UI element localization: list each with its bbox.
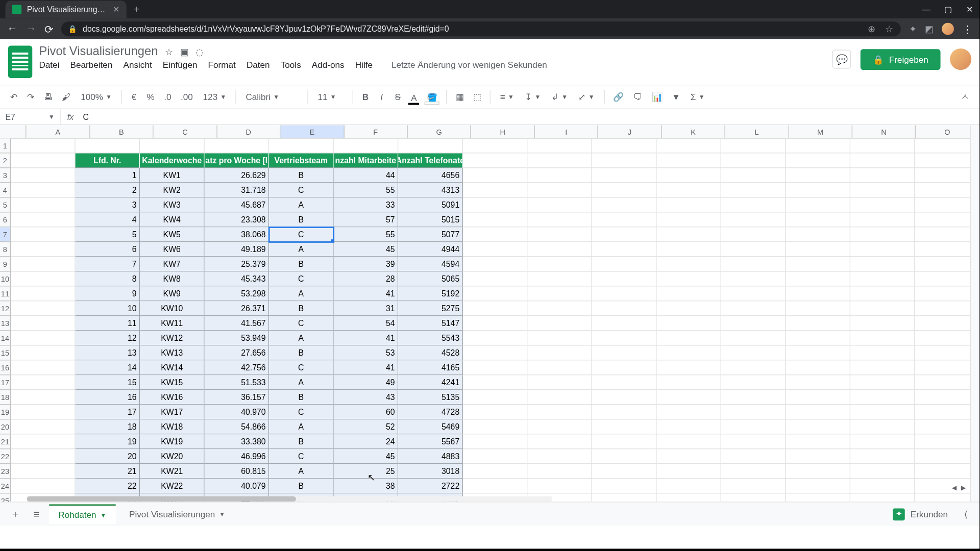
cell[interactable]: [721, 479, 786, 493]
cell[interactable]: [463, 331, 528, 345]
column-header[interactable]: J: [598, 125, 662, 138]
cell[interactable]: KW17: [140, 405, 205, 419]
select-all-corner[interactable]: [0, 125, 27, 138]
h-align-select[interactable]: ≡▼: [496, 92, 518, 102]
cell[interactable]: [656, 257, 721, 271]
document-title[interactable]: Pivot Visualisierungen: [39, 44, 158, 59]
cell[interactable]: [656, 434, 721, 449]
cell[interactable]: [592, 257, 657, 271]
cell[interactable]: 3018: [398, 464, 463, 479]
cell[interactable]: 5275: [398, 301, 463, 316]
cell[interactable]: [527, 286, 592, 301]
cell[interactable]: [850, 449, 915, 464]
cell[interactable]: 4656: [398, 168, 463, 183]
cell[interactable]: [463, 257, 528, 271]
comments-button[interactable]: 💬: [832, 50, 851, 69]
cell[interactable]: [656, 405, 721, 419]
menu-addons[interactable]: Add-ons: [312, 60, 345, 70]
cell[interactable]: [786, 493, 850, 502]
cell[interactable]: KW18: [140, 419, 205, 434]
cell[interactable]: C: [269, 183, 334, 197]
cell[interactable]: [11, 331, 76, 345]
cell[interactable]: 21: [76, 464, 140, 479]
cell[interactable]: 3: [76, 197, 140, 212]
cell[interactable]: KW11: [140, 316, 205, 331]
cell[interactable]: [527, 316, 592, 331]
star-icon[interactable]: ☆: [165, 46, 174, 57]
wrap-select[interactable]: ↲▼: [547, 92, 571, 102]
cell[interactable]: 38: [334, 479, 399, 493]
cell[interactable]: [11, 375, 76, 390]
paint-format-button[interactable]: 🖌: [59, 89, 74, 105]
cell[interactable]: A: [269, 197, 334, 212]
cell[interactable]: Vertriebsteam: [269, 154, 334, 168]
cell[interactable]: [463, 154, 528, 168]
font-size-select[interactable]: 11▼: [314, 92, 348, 102]
cell[interactable]: [11, 360, 76, 375]
cell[interactable]: 11: [76, 316, 140, 331]
cell[interactable]: [527, 271, 592, 286]
cell[interactable]: 46.996: [205, 449, 270, 464]
cell[interactable]: C: [269, 405, 334, 419]
print-button[interactable]: 🖶: [40, 89, 56, 105]
cell[interactable]: [721, 464, 786, 479]
column-header[interactable]: L: [725, 125, 789, 138]
name-box[interactable]: E7 ▼: [0, 109, 61, 124]
text-color-button[interactable]: A: [407, 90, 421, 104]
cell[interactable]: 4594: [398, 257, 463, 271]
cell[interactable]: [721, 316, 786, 331]
cell[interactable]: [463, 345, 528, 360]
italic-button[interactable]: I: [375, 89, 388, 105]
cell[interactable]: [850, 242, 915, 257]
cell[interactable]: 2: [76, 183, 140, 197]
cell[interactable]: [463, 139, 528, 154]
cell[interactable]: [850, 168, 915, 183]
cell[interactable]: [140, 139, 205, 154]
cell[interactable]: KW14: [140, 360, 205, 375]
row-header[interactable]: 11: [0, 286, 11, 301]
cell[interactable]: [850, 257, 915, 271]
cell[interactable]: [592, 345, 657, 360]
cell[interactable]: 33.380: [205, 434, 270, 449]
menu-einfuegen[interactable]: Einfügen: [163, 60, 198, 70]
cell[interactable]: [656, 212, 721, 227]
cell[interactable]: [11, 449, 76, 464]
cell[interactable]: 4883: [398, 449, 463, 464]
cell[interactable]: [527, 464, 592, 479]
cell[interactable]: C: [269, 227, 334, 242]
cell[interactable]: [656, 271, 721, 286]
cell[interactable]: [76, 139, 140, 154]
cell[interactable]: [463, 183, 528, 197]
column-header[interactable]: I: [535, 125, 598, 138]
column-header[interactable]: H: [471, 125, 534, 138]
cell[interactable]: [463, 242, 528, 257]
column-header[interactable]: C: [154, 125, 217, 138]
cell[interactable]: [721, 257, 786, 271]
cell[interactable]: 45: [334, 449, 399, 464]
currency-button[interactable]: €: [127, 89, 140, 105]
cell[interactable]: [656, 139, 721, 154]
menu-tools[interactable]: Tools: [281, 60, 301, 70]
cell[interactable]: [850, 271, 915, 286]
cell[interactable]: [656, 390, 721, 405]
cell[interactable]: 24: [334, 434, 399, 449]
all-sheets-button[interactable]: ≡: [28, 505, 44, 522]
v-align-select[interactable]: ↧▼: [521, 92, 545, 102]
row-header[interactable]: 20: [0, 419, 11, 434]
cell[interactable]: [592, 154, 657, 168]
sheet-tab-rohdaten[interactable]: Rohdaten ▼: [49, 504, 116, 523]
cell[interactable]: [592, 212, 657, 227]
cell[interactable]: 4313: [398, 183, 463, 197]
decrease-decimal-button[interactable]: .0: [161, 89, 175, 105]
cell[interactable]: 41: [334, 331, 399, 345]
cell[interactable]: 41: [334, 360, 399, 375]
font-select[interactable]: Calibri▼: [242, 92, 303, 102]
row-header[interactable]: 6: [0, 212, 11, 227]
cell[interactable]: [592, 493, 657, 502]
cell[interactable]: [592, 375, 657, 390]
cell[interactable]: [527, 345, 592, 360]
cell[interactable]: [721, 212, 786, 227]
cell[interactable]: 5567: [398, 434, 463, 449]
functions-button[interactable]: Σ▼: [687, 92, 708, 102]
window-maximize-button[interactable]: ▢: [943, 5, 952, 14]
